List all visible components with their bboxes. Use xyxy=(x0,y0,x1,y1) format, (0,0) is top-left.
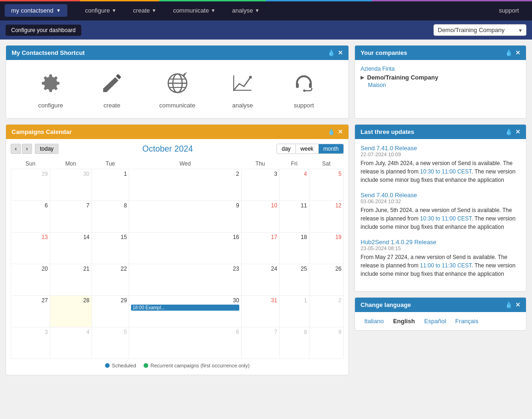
calendar-day[interactable]: 23 xyxy=(129,264,241,296)
calendar-day[interactable]: 26 xyxy=(309,264,343,296)
calendar-day[interactable]: 8 xyxy=(279,327,309,359)
calendar-view-day[interactable]: day xyxy=(277,144,296,153)
day-number: 16 xyxy=(131,234,239,240)
company-active[interactable]: ▶ Demo/Training Company xyxy=(361,74,520,81)
calendar-day[interactable]: 30 xyxy=(50,169,92,201)
calendar-day[interactable]: 15 xyxy=(92,233,129,264)
calendar-day[interactable]: 10 xyxy=(241,201,279,233)
calendar-day[interactable]: 19 xyxy=(309,233,343,264)
calendar-day[interactable]: 2 xyxy=(129,169,241,201)
calendar-day[interactable]: 29 xyxy=(92,296,129,327)
calendar-day[interactable]: 9 xyxy=(129,201,241,233)
shortcut-configure[interactable]: configure xyxy=(37,69,65,109)
day-number: 18 xyxy=(282,234,307,240)
calendar-day[interactable]: 1 xyxy=(92,169,129,201)
shortcut-communicate[interactable]: communicate xyxy=(159,69,195,109)
legend-scheduled-label: Scheduled xyxy=(112,363,136,368)
nav-item-configure[interactable]: configure ▼ xyxy=(77,0,125,20)
calendar-day[interactable]: 16 xyxy=(129,233,241,264)
shortcut-grid: configure create xyxy=(6,60,348,118)
calendar-today-button[interactable]: today xyxy=(35,144,59,154)
day-number: 31 xyxy=(243,297,277,304)
calendar-day[interactable]: 1 xyxy=(279,296,309,327)
update-item: Hub2Send 1.4.0.29 Release23-05-2024 08:1… xyxy=(361,239,520,278)
companies-water-icon[interactable]: 💧 xyxy=(505,49,512,56)
day-number: 19 xyxy=(311,234,342,240)
day-number: 9 xyxy=(311,329,342,335)
nav-item-analyse[interactable]: analyse ▼ xyxy=(224,0,268,20)
day-number: 26 xyxy=(311,266,342,272)
calendar-day[interactable]: 3 xyxy=(11,327,50,359)
companies-close-icon[interactable]: ✕ xyxy=(515,49,520,56)
calendar-day[interactable]: 21 xyxy=(50,264,92,296)
calendar-day[interactable]: 4 xyxy=(279,169,309,201)
language-close-icon[interactable]: ✕ xyxy=(515,301,520,308)
calendar-day[interactable]: 20 xyxy=(11,264,50,296)
language-item[interactable]: Italiano xyxy=(364,318,384,325)
calendar-day[interactable]: 18 xyxy=(279,233,309,264)
shortcut-close-icon[interactable]: ✕ xyxy=(338,49,343,56)
shortcut-create[interactable]: create xyxy=(98,69,126,109)
calendar-event[interactable]: 18:00 Exampl... xyxy=(131,305,239,311)
calendar-view-week[interactable]: week xyxy=(296,144,319,153)
updates-water-icon[interactable]: 💧 xyxy=(505,128,512,135)
language-water-icon[interactable]: 💧 xyxy=(505,301,512,308)
calendar-day[interactable]: 22 xyxy=(92,264,129,296)
calendar-day[interactable]: 2 xyxy=(309,296,343,327)
svg-rect-9 xyxy=(309,83,312,88)
calendar-day[interactable]: 7 xyxy=(241,327,279,359)
calendar-container: ‹ › today October 2024 day week month Su… xyxy=(6,139,348,375)
calendar-day[interactable]: 31 xyxy=(241,296,279,327)
calendar-day[interactable]: 25 xyxy=(279,264,309,296)
company-select[interactable]: Demo/Training Company xyxy=(433,24,526,36)
calendar-day[interactable]: 6 xyxy=(11,201,50,233)
configure-dashboard-button[interactable]: Configure your dashboard xyxy=(6,25,81,36)
nav-item-support[interactable]: support xyxy=(491,7,527,14)
calendar-day[interactable]: 5 xyxy=(92,327,129,359)
language-item[interactable]: English xyxy=(393,318,415,325)
cal-header-wed: Wed xyxy=(129,159,241,169)
calendar-legend: Scheduled Recurrent campaigns (first occ… xyxy=(11,359,344,370)
calendar-day[interactable]: 29 xyxy=(11,169,50,201)
updates-close-icon[interactable]: ✕ xyxy=(515,128,520,135)
calendar-day[interactable]: 27 xyxy=(11,296,50,327)
update-title[interactable]: Send 7.40.0 Release xyxy=(361,192,520,199)
day-number: 27 xyxy=(13,297,48,304)
calendar-day[interactable]: 24 xyxy=(241,264,279,296)
update-title[interactable]: Send 7.41.0 Release xyxy=(361,145,520,152)
shortcut-support[interactable]: support xyxy=(290,69,318,109)
right-column: Last three updates 💧 ✕ Send 7.41.0 Relea… xyxy=(355,124,526,375)
calendar-day[interactable]: 9 xyxy=(309,327,343,359)
calendar-day[interactable]: 5 xyxy=(309,169,343,201)
calendar-prev-button[interactable]: ‹ xyxy=(11,144,21,154)
language-item[interactable]: Español xyxy=(424,318,446,325)
gear-icon xyxy=(37,69,65,97)
calendar-day[interactable]: 3 xyxy=(241,169,279,201)
calendar-day[interactable]: 17 xyxy=(241,233,279,264)
brand-button[interactable]: my contactsend ▼ xyxy=(5,4,67,17)
calendar-day[interactable]: 14 xyxy=(50,233,92,264)
day-number: 2 xyxy=(311,297,342,304)
nav-item-create[interactable]: create ▼ xyxy=(125,0,164,20)
calendar-day[interactable]: 4 xyxy=(50,327,92,359)
calendar-day[interactable]: 8 xyxy=(92,201,129,233)
language-item[interactable]: Français xyxy=(455,318,479,325)
calendar-close-icon[interactable]: ✕ xyxy=(338,128,343,135)
shortcut-analyse[interactable]: analyse xyxy=(229,69,256,109)
calendar-day[interactable]: 13 xyxy=(11,233,50,264)
calendar-next-button[interactable]: › xyxy=(22,144,32,154)
calendar-view-month[interactable]: month xyxy=(319,144,343,153)
updates-widget-title: Last three updates xyxy=(361,128,414,135)
calendar-day[interactable]: 12 xyxy=(309,201,343,233)
nav-item-communicate[interactable]: communicate ▼ xyxy=(164,0,223,20)
company-sub[interactable]: Maison xyxy=(368,82,520,88)
shortcut-water-icon[interactable]: 💧 xyxy=(328,49,335,56)
calendar-day[interactable]: 7 xyxy=(50,201,92,233)
calendar-water-icon[interactable]: 💧 xyxy=(328,128,335,135)
analyse-arrow-icon: ▼ xyxy=(255,8,259,13)
calendar-day[interactable]: 28 xyxy=(50,296,92,327)
calendar-day[interactable]: 3018:00 Exampl... xyxy=(129,296,241,327)
calendar-day[interactable]: 6 xyxy=(129,327,241,359)
calendar-day[interactable]: 11 xyxy=(279,201,309,233)
update-title[interactable]: Hub2Send 1.4.0.29 Release xyxy=(361,239,520,246)
